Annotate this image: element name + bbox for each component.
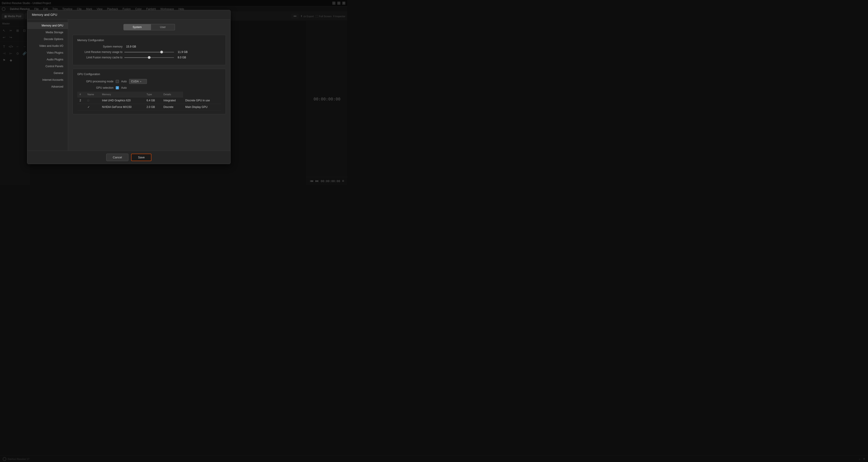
fusion-memory-slider[interactable]	[124, 57, 174, 58]
gpu-processing-mode-value: CUDA	[131, 80, 138, 83]
gpu-table-header: # Name Memory Type Details	[77, 92, 221, 97]
tab-system[interactable]: System	[123, 24, 151, 30]
gpu-section-title: GPU Configuration	[77, 73, 221, 76]
gpu-selection-label: GPU selection	[77, 86, 114, 89]
col-type: Type	[144, 92, 161, 97]
resolve-memory-row: Limit Resolve memory usage to 11.9 GB	[77, 51, 221, 54]
tab-switcher: System User	[72, 24, 226, 30]
sidebar-item-decode-options[interactable]: Decode Options	[27, 36, 68, 42]
sidebar-item-media-storage[interactable]: Media Storage	[27, 29, 68, 36]
system-memory-row: System memory 15.9 GB	[77, 45, 221, 48]
modal-title: Memory and GPU	[32, 13, 57, 17]
sidebar-item-advanced[interactable]: Advanced	[27, 83, 68, 90]
gpu-table: # Name Memory Type Details 2 □ I	[77, 92, 221, 110]
gpu-selection-auto-label: Auto	[121, 86, 127, 89]
table-row[interactable]: ✓ NVIDIA GeForce MX150 2.0 GB Discrete M…	[77, 104, 221, 110]
modal-body: Memory and GPU Media Storage Decode Opti…	[27, 20, 230, 151]
gpu-selection-auto-checkbox[interactable]	[116, 86, 119, 89]
fusion-memory-row: Limit Fusion memory cache to 8.0 GB	[77, 56, 221, 59]
row1-select: □	[85, 97, 100, 104]
sidebar-item-video-audio-io[interactable]: Video and Audio I/O	[27, 42, 68, 49]
sidebar-item-video-plugins[interactable]: Video Plugins	[27, 49, 68, 56]
gpu-processing-auto-checkbox[interactable]	[116, 80, 119, 83]
col-name: Name	[85, 92, 100, 97]
row1-name: Intel UHD Graphics 620	[100, 97, 144, 104]
sidebar-item-memory-gpu[interactable]: Memory and GPU	[27, 22, 68, 29]
row1-type: Integrated	[161, 97, 183, 104]
gpu-selection-row: GPU selection Auto	[77, 86, 221, 89]
gpu-processing-label: GPU processing mode	[77, 80, 114, 83]
sidebar-item-control-panels[interactable]: Control Panels	[27, 63, 68, 70]
fusion-memory-value: 8.0 GB	[178, 56, 186, 59]
row1-num: 2	[77, 97, 85, 104]
col-memory: Memory	[100, 92, 144, 97]
save-button[interactable]: Save	[131, 154, 151, 161]
table-row[interactable]: 2 □ Intel UHD Graphics 620 6.4 GB Integr…	[77, 97, 221, 104]
col-details: Details	[161, 92, 183, 97]
cancel-button[interactable]: Cancel	[106, 154, 128, 161]
row2-type: Discrete	[161, 104, 183, 110]
system-memory-value: 15.9 GB	[126, 45, 136, 48]
system-memory-label: System memory	[77, 45, 123, 48]
sidebar-item-audio-plugins[interactable]: Audio Plugins	[27, 56, 68, 63]
fusion-memory-fill	[124, 57, 149, 58]
row1-memory: 6.4 GB	[144, 97, 161, 104]
resolve-memory-thumb[interactable]	[160, 51, 163, 53]
row2-name: NVIDIA GeForce MX150	[100, 104, 144, 110]
modal-overlay: Memory and GPU Memory and GPU Media Stor…	[0, 0, 347, 185]
sidebar-item-internet-accounts[interactable]: Internet Accounts	[27, 77, 68, 83]
row2-memory: 2.0 GB	[144, 104, 161, 110]
col-num: #	[77, 92, 85, 97]
gpu-processing-mode-select[interactable]: CUDA ▾	[129, 79, 147, 84]
row2-num	[77, 104, 85, 110]
row2-select: ✓	[85, 104, 100, 110]
modal-main-content: System User Memory Configuration System …	[68, 20, 230, 151]
gpu-table-body: 2 □ Intel UHD Graphics 620 6.4 GB Integr…	[77, 97, 221, 110]
gpu-processing-mode-row: GPU processing mode Auto CUDA ▾	[77, 79, 221, 84]
fusion-memory-thumb[interactable]	[148, 56, 151, 59]
chevron-down-icon: ▾	[140, 80, 141, 83]
tab-user[interactable]: User	[151, 24, 175, 30]
memory-configuration-section: Memory Configuration System memory 15.9 …	[72, 35, 226, 65]
modal-footer: Cancel Save	[27, 151, 230, 164]
row2-details: Main Display GPU	[183, 104, 221, 110]
fusion-memory-label: Limit Fusion memory cache to	[77, 56, 123, 59]
modal-sidebar: Memory and GPU Media Storage Decode Opti…	[27, 20, 68, 151]
resolve-memory-slider[interactable]	[124, 52, 174, 53]
resolve-memory-value: 11.9 GB	[178, 51, 188, 54]
row1-details: Discrete GPU in use	[183, 97, 221, 104]
modal-dialog: Memory and GPU Memory and GPU Media Stor…	[27, 10, 230, 164]
gpu-processing-auto-label: Auto	[121, 80, 127, 83]
memory-section-title: Memory Configuration	[77, 39, 221, 42]
resolve-memory-label: Limit Resolve memory usage to	[77, 51, 123, 54]
gpu-configuration-section: GPU Configuration GPU processing mode Au…	[72, 69, 226, 114]
resolve-memory-fill	[124, 52, 162, 53]
modal-header: Memory and GPU	[27, 10, 230, 20]
sidebar-item-general[interactable]: General	[27, 70, 68, 77]
